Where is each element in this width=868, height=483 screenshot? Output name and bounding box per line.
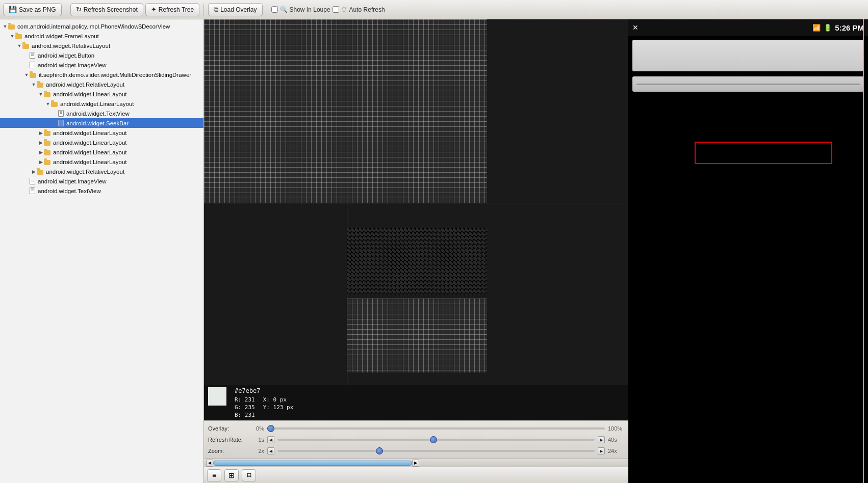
tree-icon-t7 [37,82,44,88]
tree-icon-t8 [44,91,52,97]
tree-item-t5[interactable]: android.widget.ImageView [0,60,203,70]
tree-item-t10[interactable]: android.widget.TextView [0,109,203,118]
tree-item-t3[interactable]: ▼android.widget.RelativeLayout [0,41,203,50]
tree-item-t11[interactable]: android.widget.SeekBar [0,118,203,128]
tree-arrow-t3[interactable]: ▼ [16,43,22,48]
canvas-viewport[interactable] [204,19,628,385]
refresh-rate-arrow-left[interactable]: ◀ [267,436,274,443]
tree-item-t2[interactable]: ▼android.widget.FrameLayout [0,31,203,41]
load-overlay-label: Load Overlay [220,6,257,13]
overlay-min: 0% [252,425,264,432]
save-icon: 💾 [9,6,17,13]
zoom-arrow-right[interactable]: ▶ [598,447,605,454]
tree-item-t17[interactable]: android.widget.ImageView [0,176,203,186]
scroll-thumb[interactable] [213,461,412,466]
tree-label-t7: android.widget.RelativeLayout [46,82,124,88]
r-value: R: 231 [235,396,255,403]
zoom-slider-track[interactable] [277,450,595,452]
overlay-label: Overlay: [208,425,249,432]
tree-arrow-t15[interactable]: ▶ [38,159,44,165]
tree-label-t5: android.widget.ImageView [38,62,107,68]
tree-item-t9[interactable]: ▼android.widget.LinearLayout [0,99,203,109]
show-in-loupe-check-container: 🔍 Show In Loupe [271,6,330,13]
tree-icon-t14 [44,149,52,155]
refresh-rate-min: 1s [252,437,264,443]
tree-item-t7[interactable]: ▼android.widget.RelativeLayout [0,79,203,89]
tree-label-t14: android.widget.LinearLayout [53,149,127,155]
tree-arrow-t12[interactable]: ▶ [38,130,44,136]
tree-item-t8[interactable]: ▼android.widget.LinearLayout [0,89,203,99]
refresh-rate-slider-track[interactable] [277,439,595,441]
canvas-area[interactable]: #e7ebe7 R: 231 X: 0 px G: 235 [204,19,628,420]
tree-item-t1[interactable]: ▼com.android.internal.policy.impl.PhoneW… [0,21,203,31]
refresh-rate-right-arrows: ▶ [598,436,605,443]
tree-item-t6[interactable]: ▼it.sephiroth.demo.slider.widget.MultiDi… [0,70,203,79]
color-swatch [208,387,226,406]
tree-icon-t16 [37,169,44,175]
tree-item-t13[interactable]: ▶android.widget.LinearLayout [0,138,203,147]
tree-label-t17: android.widget.ImageView [38,178,107,184]
canvas-grid-top-right [347,19,487,203]
icon-bar-btn-2[interactable]: ⊞ [224,469,239,481]
save-as-png-button[interactable]: 💾 Save as PNG [3,3,62,16]
refresh-screenshot-button[interactable]: ↻ Refresh Screenshot [70,3,143,16]
tree-arrow-t16[interactable]: ▶ [31,169,37,174]
tree-arrow-t14[interactable]: ▶ [38,150,44,155]
tree-icon-t13 [44,140,52,146]
zoom-slider-thumb[interactable] [376,447,383,454]
tree-arrow-t6[interactable]: ▼ [23,72,30,77]
refresh-rate-arrow-right[interactable]: ▶ [598,436,605,443]
tree-arrow-t9[interactable]: ▼ [45,101,51,106]
b-value: B: 231 [235,412,255,418]
icon-bar-btn-1[interactable]: ≡ [207,469,221,481]
refresh-rate-slider-thumb[interactable] [430,436,437,443]
tree-item-t16[interactable]: ▶android.widget.RelativeLayout [0,167,203,176]
tree-label-t10: android.widget.TextView [66,111,130,117]
tree-arrow-t8[interactable]: ▼ [38,92,44,97]
tree-icon-t1 [8,23,16,30]
load-overlay-icon: ⧉ [214,6,218,14]
tree-arrow-t13[interactable]: ▶ [38,140,44,145]
preview-status-bar: ✕ 📶 🔋 5:26 PM [628,19,868,36]
icon-bar-btn-3[interactable]: ⊟ [242,469,256,481]
toolbar-separator-3 [267,4,267,16]
overlay-slider-thumb[interactable] [267,425,274,432]
tree-icon-t9 [51,101,59,107]
tree-arrow-t1[interactable]: ▼ [2,24,8,29]
bottom-icon-bar: ≡ ⊞ ⊟ [204,467,628,483]
list-icon: ≡ [212,471,216,479]
load-overlay-button[interactable]: ⧉ Load Overlay [208,3,262,16]
canvas-grid-top-left [204,19,347,203]
tree-icon-t12 [44,130,52,136]
tree-label-t2: android.widget.FrameLayout [24,33,99,39]
overlay-slider-track[interactable] [267,427,605,430]
zoom-arrows-left: ◀ [267,447,274,454]
refresh-tree-label: Refresh Tree [159,6,194,13]
tree-icon-t17 [30,177,36,185]
tree-item-t4[interactable]: android.widget.Button [0,50,203,60]
scroll-arrow-left[interactable]: ◀ [206,460,213,467]
table-icon: ⊟ [247,472,251,478]
loupe-icon: 🔍 [280,6,288,13]
horizontal-scrollbar: ◀ ▶ [204,459,628,467]
scroll-arrow-right[interactable]: ▶ [412,460,419,467]
bottom-controls: Overlay: 0% 100% Refresh Rate: 1s ◀ ▶ [204,420,628,459]
auto-refresh-checkbox[interactable] [333,6,339,13]
tree-item-t12[interactable]: ▶android.widget.LinearLayout [0,128,203,138]
tree-arrow-t7[interactable]: ▼ [31,82,37,87]
tree-item-t14[interactable]: ▶android.widget.LinearLayout [0,147,203,157]
grid-icon: ⊞ [228,471,235,479]
zoom-arrow-left[interactable]: ◀ [267,447,274,454]
g-value: G: 235 [235,404,255,411]
save-label: Save as PNG [19,6,56,13]
tree-item-t18[interactable]: android.widget.TextView [0,186,203,196]
tree-icon-t11 [58,119,65,127]
tree-item-t15[interactable]: ▶android.widget.LinearLayout [0,157,203,167]
show-in-loupe-checkbox[interactable] [271,6,278,13]
tree-icon-t3 [22,43,30,49]
refresh-rate-control-row: Refresh Rate: 1s ◀ ▶ 40s [208,434,624,445]
tree-arrow-t2[interactable]: ▼ [9,34,15,39]
refresh-tree-button[interactable]: ✦ Refresh Tree [145,3,199,16]
color-hex: #e7ebe7 [235,387,293,394]
auto-refresh-label: Auto Refresh [349,6,385,13]
